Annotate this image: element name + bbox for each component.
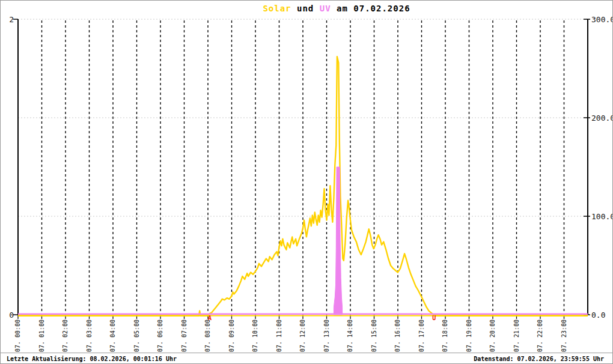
- sunrise-marker: A: [208, 315, 212, 321]
- x-axis-tick-label: 07. 05:00: [133, 320, 141, 352]
- x-axis-tick-label: 07. 06:00: [157, 320, 164, 352]
- x-axis-tick-label: 07. 23:00: [561, 320, 568, 352]
- x-axis-tick-label: 07. 12:00: [299, 320, 306, 352]
- x-axis-tick-label: 07. 08:00: [204, 320, 212, 352]
- x-axis-tick-label: 07. 03:00: [86, 320, 93, 352]
- x-axis-tick-label: 07. 10:00: [252, 320, 259, 352]
- solar-uv-chart-page: Solar und UV am 07.02.2026 2 0 300.0 200…: [0, 0, 613, 364]
- x-axis-tick-label: 07. 22:00: [537, 320, 544, 352]
- left-axis-max-label: 2: [4, 15, 14, 24]
- sunset-marker: U: [432, 315, 436, 321]
- x-axis-tick-label: 07. 21:00: [513, 320, 520, 352]
- x-axis-tick-label: 07. 19:00: [466, 320, 473, 352]
- x-axis-tick-label: 07. 13:00: [323, 320, 331, 352]
- x-axis-tick-label: 07. 15:00: [371, 320, 378, 352]
- x-axis-tick-label: 07. 18:00: [442, 320, 449, 352]
- x-axis-tick-label: 07. 16:00: [394, 320, 401, 352]
- right-axis-label-100: 100.0: [591, 212, 613, 221]
- x-axis-tick-label: 07. 14:00: [347, 320, 354, 352]
- x-axis-tick-label: 07. 00:00: [14, 320, 22, 352]
- x-axis-tick-label: 07. 20:00: [489, 320, 496, 352]
- plot-area: [1, 1, 613, 364]
- last-update-text: Letzte Aktualisierung: 08.02.2026, 00:01…: [7, 356, 177, 362]
- left-axis-min-label: 0: [4, 311, 14, 320]
- right-axis-label-0: 0.0: [591, 311, 613, 320]
- x-axis-tick-label: 07. 04:00: [109, 320, 117, 352]
- data-timestamp-text: Datenstand: 07.02.2026, 23:59:55 Uhr: [474, 356, 604, 362]
- x-axis-tick-label: 07. 17:00: [418, 320, 425, 352]
- x-axis-tick-label: 07. 07:00: [181, 320, 188, 352]
- x-axis-tick-label: 07. 09:00: [228, 320, 236, 352]
- right-axis-label-200: 200.0: [591, 114, 613, 123]
- x-axis-tick-label: 07. 11:00: [276, 320, 283, 352]
- right-axis-label-300: 300.0: [591, 15, 613, 24]
- status-bar: Letzte Aktualisierung: 08.02.2026, 00:01…: [1, 353, 612, 364]
- x-axis-tick-label: 07. 01:00: [38, 320, 46, 352]
- x-axis-tick-label: 07. 02:00: [62, 320, 69, 352]
